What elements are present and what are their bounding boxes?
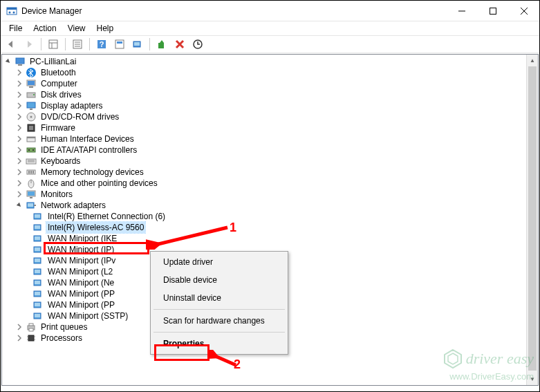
- tree-item[interactable]: Mice and other pointing devices: [2, 178, 526, 189]
- svg-rect-41: [32, 149, 34, 151]
- tree-item-label: Mice and other pointing devices: [39, 178, 159, 189]
- tree-item[interactable]: Disk drives: [2, 89, 526, 100]
- svg-rect-5: [490, 8, 496, 14]
- printer-icon: [26, 321, 37, 333]
- scrollbar-vertical[interactable]: ▲ ▼: [526, 55, 538, 385]
- maximize-button[interactable]: [477, 1, 508, 21]
- tree-item-label: Memory technology devices: [39, 167, 145, 178]
- chevron-right-icon[interactable]: [15, 134, 24, 144]
- close-button[interactable]: [508, 1, 539, 21]
- chevron-right-icon[interactable]: [15, 123, 24, 133]
- tree-item[interactable]: Computer: [2, 78, 526, 89]
- ctx-separator: [153, 332, 285, 333]
- svg-rect-20: [134, 42, 140, 46]
- tree-item[interactable]: IDE ATA/ATAPI controllers: [2, 144, 526, 156]
- chevron-right-icon[interactable]: [15, 333, 24, 343]
- chevron-down-icon[interactable]: [3, 57, 13, 66]
- tree-item[interactable]: DVD/CD-ROM drives: [2, 111, 526, 122]
- menubar: File Action View Help: [1, 21, 539, 35]
- chevron-right-icon[interactable]: [15, 167, 24, 177]
- properties-button[interactable]: [69, 37, 86, 52]
- network-adapter-icon: [32, 288, 44, 299]
- tree-item-label: Keyboards: [39, 156, 82, 167]
- scroll-up-icon[interactable]: ▲: [527, 55, 538, 66]
- app-icon: [6, 6, 17, 17]
- watermark: driver easy www.DriverEasy.com: [443, 348, 534, 381]
- tree-child[interactable]: WAN Miniport (IKE: [2, 233, 526, 244]
- toolbar-separator: [149, 38, 150, 50]
- minimize-button[interactable]: [446, 1, 477, 21]
- tree-item[interactable]: Monitors: [2, 189, 526, 200]
- tree-child-label: WAN Miniport (IP): [46, 244, 115, 255]
- ctx-disable-device[interactable]: Disable device: [152, 271, 286, 289]
- help-button[interactable]: ?: [93, 37, 110, 52]
- toolbar-separator: [65, 38, 66, 50]
- svg-rect-55: [28, 203, 33, 207]
- chevron-right-icon[interactable]: [15, 189, 24, 199]
- show-hide-tree-button[interactable]: [45, 37, 62, 52]
- chevron-right-icon[interactable]: [15, 101, 24, 111]
- ctx-uninstall-device[interactable]: Uninstall device: [152, 289, 286, 307]
- tree-child-selected[interactable]: Intel(R) Wireless-AC 9560: [2, 222, 526, 233]
- tree-item-label: Processors: [39, 333, 84, 344]
- svg-rect-24: [18, 64, 22, 66]
- network-adapter-icon: [32, 222, 44, 233]
- svg-rect-40: [28, 149, 30, 151]
- enable-button[interactable]: [153, 37, 170, 52]
- back-button[interactable]: [3, 37, 19, 52]
- tree-child-label: Intel(R) Wireless-AC 9560: [46, 222, 145, 233]
- tree-item[interactable]: Human Interface Devices: [2, 133, 526, 144]
- svg-rect-72: [35, 292, 40, 295]
- tree-item[interactable]: Keyboards: [2, 156, 526, 167]
- forward-button[interactable]: [21, 37, 37, 52]
- scrollbar-thumb[interactable]: [528, 66, 537, 371]
- ctx-scan-hardware[interactable]: Scan for hardware changes: [152, 312, 286, 330]
- chevron-right-icon[interactable]: [15, 322, 24, 332]
- watermark-brand: driver easy: [466, 350, 534, 367]
- scan-button[interactable]: [129, 37, 146, 52]
- tree-child-label: Intel(R) Ethernet Connection (6): [46, 211, 167, 222]
- processor-icon: [26, 333, 37, 344]
- menu-view[interactable]: View: [62, 22, 91, 35]
- chevron-down-icon[interactable]: [15, 200, 24, 210]
- update-button[interactable]: [189, 37, 206, 52]
- dvd-icon: [26, 111, 37, 122]
- uninstall-button[interactable]: [171, 37, 188, 52]
- chevron-right-icon[interactable]: [15, 90, 24, 100]
- hid-icon: [26, 133, 37, 144]
- svg-rect-38: [27, 137, 35, 138]
- tree-item-label: Network adapters: [39, 200, 107, 211]
- tree-item[interactable]: Display adapters: [2, 100, 526, 111]
- svg-rect-78: [29, 324, 33, 326]
- menu-help[interactable]: Help: [91, 22, 120, 35]
- svg-rect-80: [28, 335, 34, 341]
- svg-rect-21: [158, 43, 164, 48]
- tree-item[interactable]: Memory technology devices: [2, 167, 526, 178]
- chevron-right-icon[interactable]: [15, 112, 24, 122]
- network-adapter-icon: [32, 277, 44, 288]
- menu-action[interactable]: Action: [28, 22, 62, 35]
- tree-item-label: Disk drives: [39, 89, 83, 100]
- chevron-right-icon[interactable]: [15, 68, 24, 77]
- chevron-right-icon[interactable]: [15, 79, 24, 88]
- action-button[interactable]: [111, 37, 128, 52]
- menu-file[interactable]: File: [3, 22, 28, 35]
- svg-rect-27: [28, 81, 35, 85]
- chevron-right-icon[interactable]: [15, 178, 24, 188]
- ctx-properties[interactable]: Properties: [152, 335, 286, 353]
- titlebar: Device Manager: [1, 1, 539, 21]
- tree-item-label: Display adapters: [39, 100, 104, 111]
- tree-item[interactable]: Bluetooth: [2, 67, 526, 78]
- tree-child[interactable]: Intel(R) Ethernet Connection (6): [2, 211, 526, 222]
- memory-icon: [26, 167, 37, 178]
- tree-item[interactable]: Firmware: [2, 122, 526, 133]
- svg-rect-79: [29, 328, 33, 331]
- tree-item-network-adapters[interactable]: Network adapters: [2, 200, 526, 211]
- ctx-update-driver[interactable]: Update driver: [152, 253, 286, 271]
- ctx-separator: [153, 309, 285, 310]
- chevron-right-icon[interactable]: [15, 145, 24, 155]
- svg-rect-52: [28, 192, 35, 196]
- tree-root[interactable]: PC-LillianLai: [2, 56, 526, 67]
- svg-rect-62: [35, 236, 40, 240]
- chevron-right-icon[interactable]: [15, 156, 24, 166]
